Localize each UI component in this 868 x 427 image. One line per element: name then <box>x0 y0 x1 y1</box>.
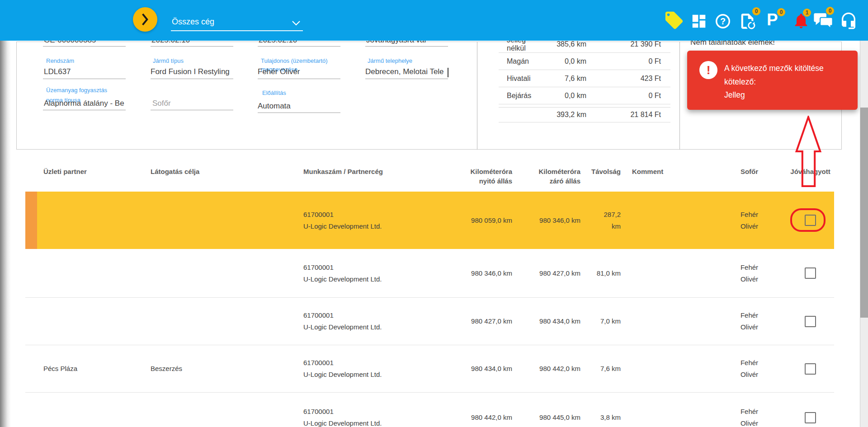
company-select-underline <box>171 30 303 31</box>
col-header-km-nyito: Kilométeróranyitó állás <box>405 163 512 192</box>
summary-km: 0,0 km <box>532 92 586 100</box>
document-sync-icon[interactable] <box>738 12 756 30</box>
chevron-down-icon[interactable] <box>292 21 300 26</box>
summary-row: Magán 0,0 km 0 Ft <box>499 53 670 70</box>
cell-approved <box>787 249 834 297</box>
approved-checkbox[interactable] <box>805 412 816 423</box>
cell-partner <box>25 393 151 427</box>
cell-komment <box>621 249 712 297</box>
jarmu-tipus-field[interactable]: Ford Fusion I Restyling <box>151 67 234 76</box>
telephely-field[interactable]: Debrecen, Melotai Tele <box>365 67 448 76</box>
telephely-underline <box>365 79 448 79</box>
eloallitas-field[interactable]: Automata <box>258 102 340 111</box>
red-arrow-annotation-icon <box>795 116 822 188</box>
red-circle-annotation-icon <box>790 208 826 232</box>
text-caret <box>448 68 448 77</box>
summary-label: Hivatali <box>507 75 532 83</box>
cell-nyito: 980 059,0 km <box>405 192 512 249</box>
support-headset-icon[interactable] <box>840 12 858 30</box>
cell-sofor: Fehér Olivér <box>712 249 787 297</box>
cell-zaro: 980 346,0 km <box>512 192 580 249</box>
cell-munkaszam: 61700001 U-Logic Development Ltd. <box>303 249 405 297</box>
parking-badge: 0 <box>777 8 785 16</box>
modules-grid-icon[interactable] <box>690 13 708 30</box>
status-underline <box>365 46 448 47</box>
sofor-field[interactable]: Sofőr <box>152 99 171 108</box>
uzemanyag-field[interactable]: Alapnorma átalány - Be <box>44 99 126 108</box>
cell-tav: 287,2 km <box>580 192 621 249</box>
help-icon[interactable]: ? <box>714 13 731 30</box>
date-from-underline <box>151 46 233 47</box>
col-header-latogatas-celja: Látogatás célja <box>151 163 303 192</box>
drawer-shadow <box>0 41 11 427</box>
jarmu-tipus-underline <box>151 79 233 79</box>
cell-approved <box>787 298 834 345</box>
col-header-km-zaro: Kilométerórazáró állás <box>512 163 580 192</box>
messages-chat-icon[interactable] <box>813 12 833 30</box>
cell-zaro: 980 427,0 km <box>512 249 580 297</box>
cell-zaro: 980 442,0 km <box>512 345 580 392</box>
summary-total-row: 393,2 km 21 814 Ft <box>499 107 670 122</box>
cell-approved <box>787 345 834 392</box>
summary-ft: 0 Ft <box>586 92 661 100</box>
cell-sofor: Fehér Olivér <box>712 345 787 392</box>
jarmu-tipus-label: Jármű típus <box>153 57 184 64</box>
cell-zaro: 980 434,0 km <box>512 298 580 345</box>
col-header-komment: Komment <box>621 163 712 192</box>
cell-cel <box>151 393 303 427</box>
summary-total-km: 393,2 km <box>532 111 586 119</box>
company-select[interactable]: Összes cég <box>172 17 214 27</box>
cell-komment <box>621 192 712 249</box>
telephely-label: Jármű telephelye <box>368 57 412 64</box>
card-divider-1 <box>477 42 477 150</box>
summary-row: Hivatali 7,6 km 423 Ft <box>499 70 670 87</box>
trip-row[interactable]: 61700001 U-Logic Development Ltd. 980 34… <box>25 249 834 298</box>
cell-tav: 7,6 km <box>580 345 621 392</box>
cell-cel <box>151 298 303 345</box>
summary-total-ft: 21 814 Ft <box>586 111 661 119</box>
trip-row[interactable]: Pécs Pláza Beszerzés 61700001 U-Logic De… <box>25 345 834 393</box>
chevron-right-icon <box>142 14 148 25</box>
cell-nyito: 980 442,0 km <box>405 393 512 427</box>
sheet-id-underline <box>43 46 126 47</box>
approved-checkbox[interactable] <box>805 316 816 327</box>
cell-partner <box>25 192 151 249</box>
rendszam-underline <box>43 79 126 79</box>
cell-komment <box>621 298 712 345</box>
trip-row[interactable]: 61700001 U-Logic Development Ltd. 980 44… <box>25 393 834 427</box>
app-bar: Összes cég ? P <box>0 0 868 41</box>
tulajdonos-underline <box>258 79 340 79</box>
approved-checkbox[interactable] <box>805 267 816 279</box>
cell-cel <box>151 192 303 249</box>
trip-row-selected[interactable]: 61700001 U-Logic Development Ltd. 980 05… <box>25 192 834 249</box>
tag-icon[interactable] <box>664 10 684 31</box>
toast-message: A következő mezők kitöltése kötelező: Je… <box>724 62 851 102</box>
error-exclamation-icon: ! <box>699 61 717 79</box>
cell-approved <box>787 393 834 427</box>
cell-partner <box>25 298 151 345</box>
uzemanyag-underline <box>43 110 126 110</box>
card-divider-2 <box>679 42 680 150</box>
trips-table: Üzleti partner Látogatás célja Munkaszám… <box>25 163 834 427</box>
cell-munkaszam: 61700001 U-Logic Development Ltd. <box>303 345 405 392</box>
notifications-badge: 1 <box>803 9 811 17</box>
rendszam-field[interactable]: LDL637 <box>44 67 127 76</box>
cell-partner: Pécs Pláza <box>25 345 151 392</box>
summary-km: 385,6 km <box>532 40 586 48</box>
cell-tav: 7,0 km <box>580 298 621 345</box>
trip-row[interactable]: 61700001 U-Logic Development Ltd. 980 42… <box>25 298 834 345</box>
approved-checkbox[interactable] <box>805 363 816 375</box>
cell-komment <box>621 345 712 392</box>
scrollbar-thumb[interactable] <box>860 108 868 318</box>
expand-menu-button[interactable] <box>133 7 157 32</box>
cell-cel <box>151 249 303 297</box>
validation-toast[interactable]: ! A következő mezők kitöltése kötelező: … <box>687 51 858 110</box>
summary-ft: 21 390 Ft <box>586 40 661 48</box>
tulajdonos-field[interactable]: Fehér Olivér <box>258 67 340 76</box>
tulajdonos-label-line1: Tulajdonos (üzembetartó) <box>261 57 328 64</box>
cell-sofor: Fehér Olivér <box>712 298 787 345</box>
messages-badge: 0 <box>826 7 834 15</box>
parking-icon[interactable]: P <box>767 11 778 29</box>
cell-munkaszam: 61700001 U-Logic Development Ltd. <box>303 192 405 249</box>
cell-cel: Beszerzés <box>151 345 303 392</box>
